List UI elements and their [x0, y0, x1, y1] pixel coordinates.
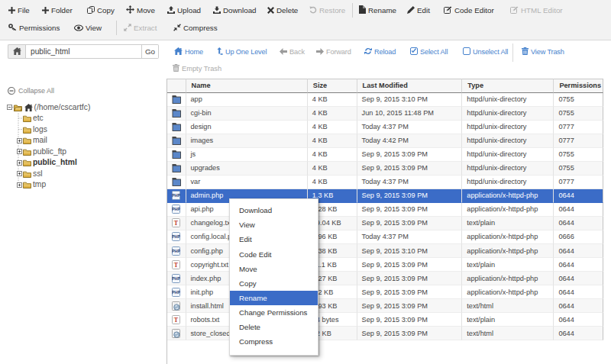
svg-text:PHP: PHP: [172, 290, 180, 295]
svg-text:PHP: PHP: [172, 193, 180, 198]
svg-text:T: T: [173, 220, 178, 227]
svg-text:PHP: PHP: [172, 234, 180, 239]
svg-text:PHP: PHP: [172, 207, 180, 211]
svg-text:T: T: [173, 262, 178, 269]
svg-text:PHP: PHP: [172, 276, 180, 281]
svg-text:T: T: [173, 317, 178, 324]
svg-text:PHP: PHP: [172, 249, 180, 253]
